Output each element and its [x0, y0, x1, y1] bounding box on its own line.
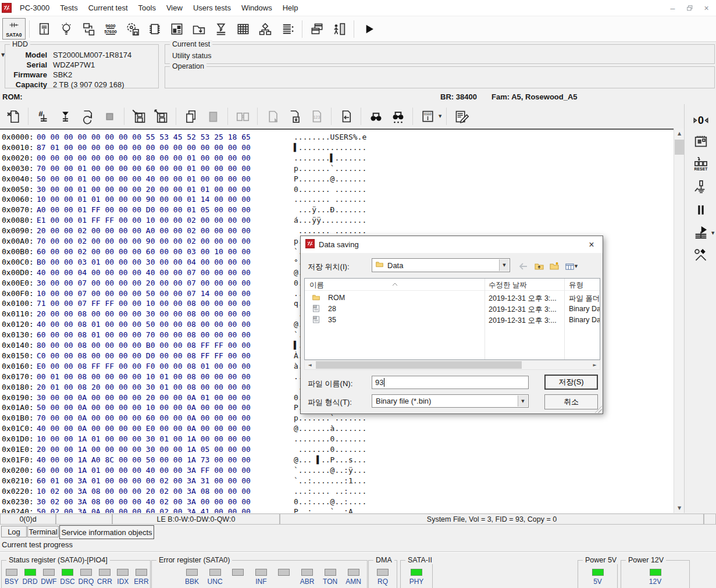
- hex-bytes[interactable]: 20 00 00 08 00 00 00 00 30 00 00 08 00 0…: [37, 309, 251, 319]
- exit-button[interactable]: [329, 19, 349, 39]
- hex-bytes[interactable]: 50 00 00 0A 00 00 00 00 10 00 00 0A 00 0…: [37, 402, 251, 413]
- dialog-close-button[interactable]: ×: [584, 238, 599, 251]
- cascade-windows-button[interactable]: [307, 19, 327, 39]
- file-row-28[interactable]: 01282019-12-31 오후 3:...Binary Dat: [305, 304, 600, 315]
- hex-ascii[interactable]: @.......à.......: [294, 423, 366, 434]
- tri-filter-button[interactable]: [55, 106, 75, 126]
- menu-help[interactable]: Help: [277, 0, 304, 16]
- hex-bytes[interactable]: 40 00 00 0A 00 00 00 00 E0 00 00 0A 00 0…: [37, 423, 251, 434]
- hex-ascii[interactable]: ........ .......: [294, 194, 366, 205]
- hex-ascii[interactable]: P..:....`..:A...: [294, 507, 366, 513]
- combo-dropdown-icon[interactable]: ▼: [499, 259, 509, 271]
- scrollbar-thumb[interactable]: [316, 361, 522, 369]
- board-chip-button[interactable]: [690, 131, 712, 152]
- hex-ascii[interactable]: ........USERS%.e: [294, 132, 366, 142]
- hex-ascii[interactable]: p.......`.......: [294, 413, 366, 423]
- scroll-down-icon[interactable]: ▼: [674, 503, 685, 513]
- resources-button[interactable]: [167, 19, 187, 39]
- dropdown-icon[interactable]: ▼: [439, 114, 441, 119]
- hex-ascii[interactable]: ........▌.......: [294, 153, 366, 163]
- doc-close-button[interactable]: [3, 106, 23, 126]
- copy-solid-button[interactable]: [203, 106, 223, 126]
- utility-status-button[interactable]: [34, 19, 54, 39]
- file-row-35[interactable]: 01352019-12-31 오후 3:...Binary Dat: [305, 315, 600, 326]
- hex-bytes[interactable]: 80 00 00 08 00 00 00 00 B0 00 00 08 FF F…: [37, 340, 251, 351]
- tasks-folder-button[interactable]: [189, 19, 209, 39]
- restore-button[interactable]: [681, 2, 698, 15]
- hex-bytes[interactable]: 40 00 00 1A A0 8C 00 00 50 00 00 1A 73 0…: [37, 455, 251, 465]
- combo-dropdown-icon[interactable]: ▼: [518, 395, 528, 407]
- hex-bytes[interactable]: 10 00 00 07 00 00 00 00 50 00 00 07 14 0…: [37, 288, 251, 299]
- port-exchange-button[interactable]: [79, 19, 98, 39]
- start-filter-button[interactable]: [690, 222, 712, 243]
- doc-down-button[interactable]: [284, 106, 304, 126]
- menu-windows[interactable]: Windows: [236, 0, 277, 16]
- save-out-button[interactable]: [151, 106, 171, 126]
- hex-bytes[interactable]: 10 00 00 1A 01 00 00 00 30 01 00 1A 00 0…: [37, 434, 251, 444]
- chip-button[interactable]: [145, 19, 165, 39]
- column-header-0[interactable]: 이름: [309, 280, 324, 290]
- hex-ascii[interactable]: p.......`.......: [294, 163, 366, 174]
- hex-bytes[interactable]: 30 00 00 01 00 00 00 00 20 00 00 01 01 0…: [37, 184, 251, 195]
- hex-bytes[interactable]: 60 00 00 08 01 00 00 00 70 00 00 08 00 0…: [37, 330, 251, 340]
- hex-bytes[interactable]: 60 00 00 02 00 00 00 00 60 00 00 03 00 1…: [37, 247, 251, 257]
- hex-ascii[interactable]: @... ▌..P...s...: [294, 455, 366, 465]
- menu-tests[interactable]: Tests: [55, 0, 83, 16]
- file-type-combobox[interactable]: Binary file (*.bin) ▼: [372, 394, 529, 408]
- hex-bytes[interactable]: 10 00 00 01 01 00 00 00 90 00 00 01 14 0…: [37, 194, 251, 205]
- find-button[interactable]: [366, 106, 386, 126]
- doc-return-button[interactable]: [336, 106, 356, 126]
- file-list-hscrollbar[interactable]: ◄ ►: [304, 360, 600, 370]
- lamp-button[interactable]: [56, 19, 76, 39]
- utility-save-button[interactable]: [123, 19, 143, 39]
- new-folder-button[interactable]: [547, 259, 561, 273]
- hex-ascii[interactable]: 0..:....@..:....: [294, 497, 366, 507]
- hex-bytes[interactable]: 00 00 00 00 00 00 00 00 80 00 00 01 00 0…: [37, 153, 251, 163]
- hex-ascii[interactable]: ...ÿ...Ð.......: [294, 205, 366, 215]
- reset-button[interactable]: RESET: [690, 153, 712, 174]
- filter-button[interactable]: [211, 19, 231, 39]
- hex-ascii[interactable]: ........0.......: [294, 434, 366, 444]
- edit-report-button[interactable]: [451, 106, 471, 126]
- doc-123-button[interactable]: 123: [307, 106, 326, 126]
- column-header-2[interactable]: 유형: [569, 280, 583, 290]
- doc-refresh-button[interactable]: [77, 106, 97, 126]
- dialog-title-bar[interactable]: Data saving: [301, 236, 603, 253]
- find-next-button[interactable]: [388, 106, 408, 126]
- hex-bytes[interactable]: 20 00 00 02 00 00 00 00 A0 00 00 02 00 0…: [37, 226, 251, 236]
- hex-bytes[interactable]: 00 00 00 00 00 00 00 00 55 53 45 52 53 2…: [37, 132, 251, 142]
- hex-ascii[interactable]: ▌...............: [294, 142, 366, 153]
- file-list[interactable]: 이름수정한 날짜유형ROM2019-12-31 오후 3:...파일 폴더012…: [304, 278, 600, 360]
- menu-users-tests[interactable]: Users tests: [188, 0, 236, 16]
- hex-ascii[interactable]: á...ÿÿ..........: [294, 215, 366, 226]
- hex-bytes[interactable]: 70 00 00 02 00 00 00 00 90 00 00 02 00 0…: [37, 236, 251, 247]
- dropdown-icon[interactable]: ▼: [711, 231, 714, 236]
- sort-ascending-icon[interactable]: [392, 279, 398, 288]
- hex-bytes[interactable]: 40 00 00 04 00 00 00 00 40 00 00 07 00 0…: [37, 268, 251, 278]
- hex-bytes[interactable]: E1 00 00 01 FF FF 00 00 10 00 00 02 00 0…: [37, 215, 251, 226]
- hex-ascii[interactable]: 0....... .......: [294, 184, 366, 195]
- tab-terminal[interactable]: Terminal: [27, 526, 59, 537]
- hex-bytes[interactable]: 30 00 00 07 00 00 00 00 20 00 00 07 00 0…: [37, 278, 251, 288]
- script-list-button[interactable]: [277, 19, 297, 39]
- pause-button[interactable]: [690, 199, 712, 220]
- menu-view[interactable]: View: [161, 0, 188, 16]
- file-row-rom[interactable]: ROM2019-12-31 오후 3:...파일 폴더: [305, 293, 600, 304]
- save-in-button[interactable]: [129, 106, 149, 126]
- hex-ascii[interactable]: .......0.......: [294, 444, 366, 455]
- save-button[interactable]: 저장(S): [544, 375, 598, 390]
- hex-bytes[interactable]: 30 02 00 3A 08 00 00 00 40 02 00 3A 00 0…: [37, 497, 251, 507]
- tab-service-information-objects[interactable]: Service information objects: [59, 525, 154, 539]
- scroll-right-icon[interactable]: ►: [590, 361, 600, 369]
- service-tools-button[interactable]: [690, 245, 712, 266]
- baud-rate-button[interactable]: 960057600: [101, 19, 120, 39]
- hex-ascii[interactable]: ....... .......: [294, 226, 366, 236]
- scroll-up-icon[interactable]: ▲: [674, 129, 685, 138]
- column-header-1[interactable]: 수정한 날짜: [489, 280, 527, 290]
- hex-bytes[interactable]: B0 00 00 03 01 00 00 00 30 00 00 04 00 0…: [37, 257, 251, 268]
- run-button[interactable]: [359, 19, 379, 39]
- hex-bytes[interactable]: 71 00 00 07 FF FF 00 00 10 00 00 08 00 0…: [37, 298, 251, 309]
- marker-zero-button[interactable]: 0: [690, 110, 712, 131]
- hex-bytes[interactable]: A0 00 00 01 FF 00 00 00 D0 00 00 01 05 0…: [37, 205, 251, 215]
- hex-bytes[interactable]: 20 00 00 1A 00 00 00 00 30 00 00 1A 05 0…: [37, 444, 251, 455]
